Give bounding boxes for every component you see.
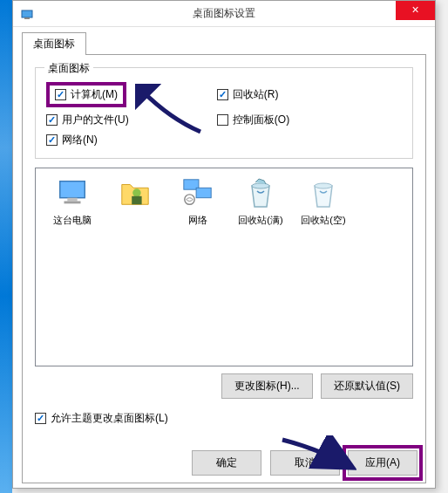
close-button[interactable]: × — [396, 1, 435, 20]
icon-label-network: 网络 — [166, 214, 229, 227]
icon-label-binfull: 回收站(满) — [229, 214, 292, 227]
label-userfiles: 用户的文件(U) — [62, 113, 129, 127]
tab-content: 桌面图标 计算机(M) 回收站(R) — [22, 54, 426, 483]
allow-themes-row: 允许主题更改桌面图标(L) — [35, 411, 413, 426]
dialog-window: 桌面图标设置 × 桌面图标 桌面图标 计算机(M) 回收站(R) — [12, 0, 436, 489]
svg-point-10 — [252, 183, 269, 188]
svg-point-11 — [315, 183, 332, 188]
svg-rect-2 — [60, 181, 85, 198]
svg-point-5 — [132, 188, 141, 197]
checkbox-allow-themes[interactable] — [35, 413, 46, 424]
label-network: 网络(N) — [62, 133, 98, 147]
tab-area: 桌面图标 桌面图标 计算机(M) 回收站(R) — [13, 27, 435, 483]
icon-label-binempty: 回收站(空) — [292, 214, 355, 227]
restore-defaults-button[interactable]: 还原默认值(S) — [321, 373, 413, 399]
window-icon — [20, 7, 34, 21]
cancel-button[interactable]: 取消 — [270, 450, 340, 476]
label-controlpanel: 控制面板(O) — [233, 113, 289, 127]
checkbox-controlpanel[interactable] — [217, 114, 228, 126]
ok-button[interactable]: 确定 — [192, 450, 261, 476]
svg-rect-0 — [22, 10, 32, 17]
svg-rect-8 — [196, 188, 211, 197]
highlight-apply: 应用(A) — [343, 445, 423, 481]
svg-rect-6 — [132, 196, 141, 205]
recycle-bin-empty-icon — [306, 175, 341, 210]
highlight-computer: 计算机(M) — [46, 82, 126, 107]
groupbox-desktop-icons: 桌面图标 计算机(M) 回收站(R) — [35, 67, 413, 159]
icon-label-thispc: 这台电脑 — [41, 214, 104, 227]
icon-network[interactable]: 网络 — [166, 175, 229, 227]
checkbox-userfiles[interactable] — [46, 114, 58, 126]
icon-binempty[interactable]: 回收站(空) — [292, 175, 355, 227]
icon-preview-panel: 这台电脑 网络 — [35, 168, 413, 366]
titlebar: 桌面图标设置 × — [13, 1, 435, 27]
checkbox-computer[interactable] — [55, 89, 66, 100]
apply-button[interactable]: 应用(A) — [348, 450, 417, 476]
change-icon-button[interactable]: 更改图标(H)... — [221, 373, 313, 399]
checkbox-recyclebin[interactable] — [217, 89, 228, 100]
folder-icon — [118, 175, 153, 210]
label-allow-themes: 允许主题更改桌面图标(L) — [51, 411, 168, 426]
monitor-icon — [55, 175, 90, 210]
icon-binfull[interactable]: 回收站(满) — [229, 175, 292, 227]
tab-desktop-icons[interactable]: 桌面图标 — [22, 32, 86, 55]
svg-rect-4 — [64, 202, 81, 204]
svg-point-9 — [185, 195, 194, 204]
recycle-bin-full-icon — [243, 175, 278, 210]
icon-button-row: 更改图标(H)... 还原默认值(S) — [35, 373, 413, 399]
window-title: 桌面图标设置 — [193, 6, 255, 21]
desktop-strip — [0, 0, 12, 493]
footer-buttons: 确定 取消 应用(A) — [187, 445, 423, 481]
svg-rect-1 — [24, 17, 30, 19]
checkbox-network[interactable] — [46, 134, 58, 146]
groupbox-title: 桌面图标 — [44, 61, 93, 76]
network-icon — [180, 175, 215, 210]
icon-thispc[interactable]: 这台电脑 — [41, 175, 104, 227]
svg-rect-3 — [67, 198, 77, 202]
label-recyclebin: 回收站(R) — [233, 87, 279, 102]
icon-userfolder[interactable] — [104, 175, 166, 227]
label-computer: 计算机(M) — [71, 87, 118, 102]
